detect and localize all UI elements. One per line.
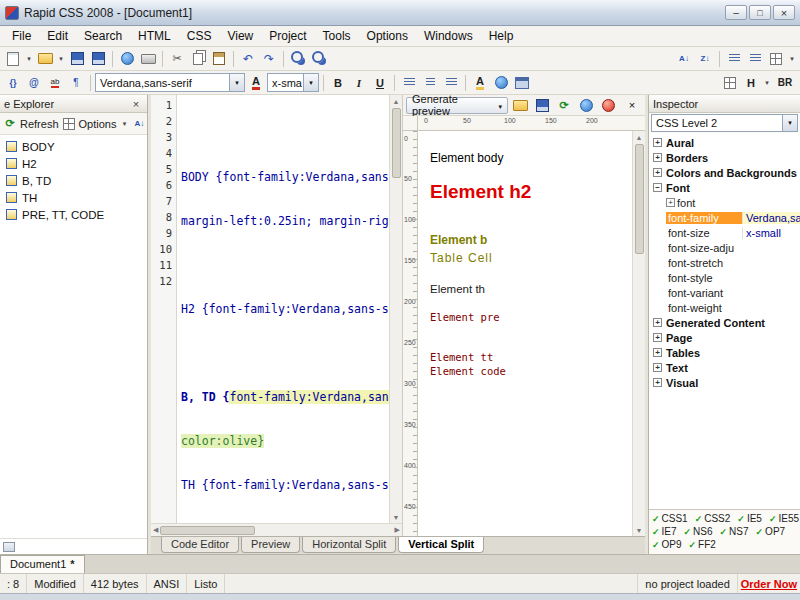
inspector-group-borders[interactable]: Borders [649,150,800,165]
inspector-group-aural[interactable]: Aural [649,135,800,150]
refresh-button[interactable]: Refresh [20,118,59,130]
at-symbol-icon[interactable] [24,73,44,93]
insert-div-icon[interactable] [720,73,740,93]
tab-preview[interactable]: Preview [241,537,300,553]
heading-button[interactable]: H [741,73,761,93]
explorer-item-body[interactable]: BODY [0,138,147,155]
options-grid-icon[interactable] [62,114,76,134]
menu-view[interactable]: View [219,27,261,45]
expand-icon[interactable] [653,333,662,342]
explorer-sort-icon[interactable] [132,114,146,134]
menu-options[interactable]: Options [359,27,416,45]
tab-horizontal-split[interactable]: Horizontal Split [302,537,396,553]
explorer-close-icon[interactable] [129,97,143,110]
menu-html[interactable]: HTML [130,27,179,45]
expand-icon[interactable] [666,198,675,207]
preview-vertical-scrollbar[interactable]: ▲ ▼ [632,131,645,536]
align-left-icon[interactable] [399,73,419,93]
preview-open-icon[interactable] [510,95,530,115]
font-color-icon[interactable] [246,73,266,93]
menu-help[interactable]: Help [481,27,522,45]
new-document-icon[interactable] [3,49,23,69]
code-editor[interactable]: BODY {font-family:Verdana,sans-s margin-… [177,95,389,523]
property-row-font-size-adjust[interactable]: font-size-adju [649,240,800,255]
inspector-group-generated-content[interactable]: Generated Content [649,315,800,330]
open-file-icon[interactable] [35,49,55,69]
options-button[interactable]: Options [79,118,117,130]
code-braces-icon[interactable] [3,73,23,93]
scrollbar-thumb[interactable] [160,526,255,535]
snippets-dropdown-icon[interactable] [787,49,797,69]
align-center-icon[interactable] [420,73,440,93]
table-icon[interactable] [512,73,532,93]
menu-edit[interactable]: Edit [39,27,76,45]
property-row-font[interactable]: font [649,195,800,210]
property-row-font-size[interactable]: font-size x-small [649,225,800,240]
italic-button[interactable]: I [349,73,369,93]
undo-icon[interactable] [238,49,258,69]
menu-css[interactable]: CSS [179,27,220,45]
property-value[interactable]: x-small [742,227,800,239]
expand-icon[interactable] [653,153,662,162]
expand-icon[interactable] [653,168,662,177]
browser-opera-icon[interactable] [598,95,618,115]
document-tab[interactable]: Document1 * [0,555,85,573]
collapse-icon[interactable] [653,183,662,192]
find-icon[interactable] [288,49,308,69]
print-icon[interactable] [138,49,158,69]
inspector-group-colors[interactable]: Colors and Backgrounds [649,165,800,180]
scroll-down-icon[interactable]: ▼ [390,511,402,523]
browser-preview-icon[interactable] [117,49,137,69]
expand-icon[interactable] [653,348,662,357]
preview-close-icon[interactable] [622,95,642,115]
explorer-item-pre-tt-code[interactable]: PRE, TT, CODE [0,206,147,223]
inspector-group-text[interactable]: Text [649,360,800,375]
redo-icon[interactable] [259,49,279,69]
heading-dropdown-icon[interactable] [762,73,772,93]
inspector-group-visual[interactable]: Visual [649,375,800,390]
generate-preview-dropdown-icon[interactable] [498,99,502,111]
menu-windows[interactable]: Windows [416,27,481,45]
explorer-item-th[interactable]: TH [0,189,147,206]
underline-button[interactable]: U [370,73,390,93]
save-all-icon[interactable] [88,49,108,69]
menu-project[interactable]: Project [261,27,314,45]
save-icon[interactable] [67,49,87,69]
editor-vertical-scrollbar[interactable]: ▲ ▼ [389,95,402,523]
order-now-link[interactable]: Order Now [738,574,800,593]
browser-ie-icon[interactable] [576,95,596,115]
property-row-font-stretch[interactable]: font-stretch [649,255,800,270]
menu-file[interactable]: File [4,27,39,45]
scrollbar-thumb[interactable] [635,144,644,254]
highlight-color-icon[interactable] [470,73,490,93]
property-row-font-variant[interactable]: font-variant [649,285,800,300]
tab-vertical-split[interactable]: Vertical Split [398,537,484,553]
font-name-dropdown-icon[interactable] [229,74,244,91]
paste-icon[interactable] [209,49,229,69]
open-file-dropdown-icon[interactable] [56,49,66,69]
scroll-down-icon[interactable]: ▼ [633,524,645,536]
minimize-button[interactable] [725,5,747,20]
replace-icon[interactable] [309,49,329,69]
expand-icon[interactable] [653,318,662,327]
scroll-left-icon[interactable]: ◀ [153,526,158,534]
expand-icon[interactable] [653,378,662,387]
spellcheck-icon[interactable] [45,73,65,93]
outdent-icon[interactable] [745,49,765,69]
generate-preview-button[interactable]: Generate preview [406,97,508,114]
expand-icon[interactable] [653,363,662,372]
scroll-up-icon[interactable]: ▲ [390,95,402,107]
menu-tools[interactable]: Tools [315,27,359,45]
inspector-group-tables[interactable]: Tables [649,345,800,360]
pilcrow-icon[interactable] [66,73,86,93]
indent-icon[interactable] [724,49,744,69]
bold-button[interactable]: B [328,73,348,93]
sort-ascending-icon[interactable] [674,49,694,69]
sort-descending-icon[interactable] [695,49,715,69]
cut-icon[interactable] [167,49,187,69]
property-row-font-weight[interactable]: font-weight [649,300,800,315]
preview-save-icon[interactable] [532,95,552,115]
tab-code-editor[interactable]: Code Editor [161,537,239,553]
explorer-item-b-td[interactable]: B, TD [0,172,147,189]
close-button[interactable] [773,5,795,20]
